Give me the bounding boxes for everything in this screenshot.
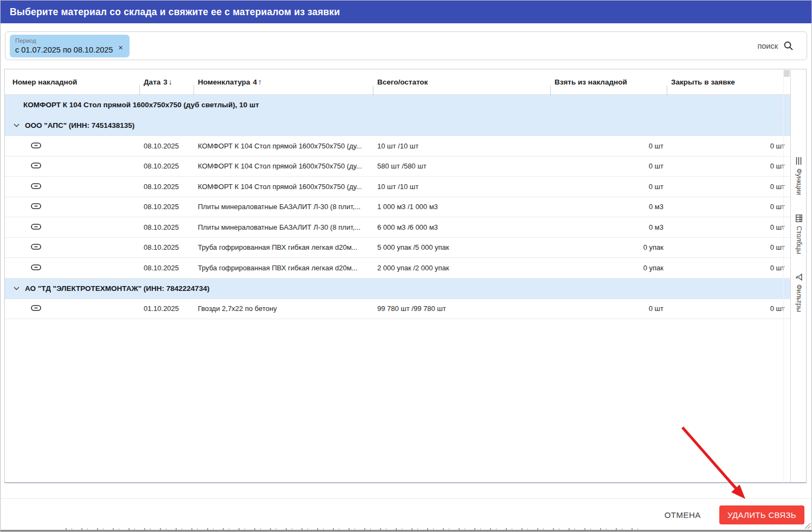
cell-close-in-request: 0 шт (667, 223, 790, 231)
tab-label: Функции (795, 168, 803, 195)
cell-total-remainder: 10 шт /10 шт (373, 183, 550, 191)
sort-order-badge: 4 (253, 78, 257, 86)
resize-handle[interactable] (804, 523, 811, 529)
cell-take-from-invoice: 0 м3 (550, 223, 667, 231)
table-row[interactable]: 08.10.2025 Труба гофрированная ПВХ гибка… (5, 258, 790, 278)
column-header-nomenclature[interactable]: Номенклатура4↑ (194, 77, 373, 86)
cell-nomenclature: КОМФОРТ К 104 Стол прямой 1600х750х750 (… (194, 183, 373, 191)
link-icon[interactable] (31, 264, 41, 270)
cell-total-remainder: 99 780 шт /99 780 шт (373, 304, 550, 313)
cell-take-from-invoice: 0 шт (550, 142, 667, 150)
cell-take-from-invoice: 0 шт (550, 304, 667, 313)
link-icon[interactable] (31, 244, 41, 250)
column-header-take-from-invoice[interactable]: Взять из накладной (550, 78, 667, 86)
sort-desc-icon: ↓ (169, 77, 172, 86)
filter-icon (796, 274, 802, 281)
side-panel-tabs: Функции Столбцы Фильтры (790, 69, 806, 482)
table-row[interactable]: 01.10.2025 Гвозди 2,7х22 по бетону 99 78… (5, 299, 790, 320)
table-row[interactable]: 08.10.2025 Труба гофрированная ПВХ гибка… (5, 238, 790, 258)
cell-take-from-invoice: 0 упак (550, 264, 667, 272)
cell-invoice-number (5, 162, 139, 170)
cell-invoice-number (5, 203, 139, 211)
close-icon[interactable]: × (118, 44, 123, 51)
cell-nomenclature: КОМФОРТ К 104 Стол прямой 1600х750х750 (… (194, 142, 373, 150)
dialog-title: Выберите материал со склада и свяжите ее… (1, 1, 811, 23)
table-row[interactable]: 08.10.2025 Плиты минераловатные БАЗАЛИТ … (5, 197, 790, 218)
filter-toolbar: Период с 01.07.2025 по 08.10.2025 × поис… (5, 31, 807, 60)
scrollbar-thumb[interactable] (784, 70, 790, 77)
tab-label: Столбцы (795, 226, 803, 254)
cell-close-in-request: 0 шт (667, 183, 790, 191)
cell-total-remainder: 6 000 м3 /6 000 м3 (373, 223, 550, 231)
group-row-supplier-etm[interactable]: АО "ТД "ЭЛЕКТРОТЕХМОНТАЖ" (ИНН: 78422247… (5, 278, 790, 299)
cell-take-from-invoice: 0 шт (550, 162, 667, 170)
cell-take-from-invoice: 0 упак (550, 243, 667, 251)
cell-take-from-invoice: 0 м3 (550, 203, 667, 211)
table-header-row: Номер накладной Дата3↓ Номенклатура4↑ Вс… (5, 69, 790, 95)
cell-invoice-number (5, 243, 139, 251)
link-icon[interactable] (31, 142, 41, 148)
search-label: поиск (757, 42, 778, 50)
search-icon[interactable] (783, 41, 794, 51)
columns-icon (796, 215, 802, 222)
period-chip-value: с 01.07.2025 по 08.10.2025 (15, 44, 113, 55)
column-header-total-remainder[interactable]: Всего/остаток (373, 78, 550, 86)
group-row-label: АО "ТД "ЭЛЕКТРОТЕХМОНТАЖ" (ИНН: 78422247… (25, 284, 209, 293)
cell-nomenclature: КОМФОРТ К 104 Стол прямой 1600х750х750 (… (194, 162, 373, 170)
cancel-button[interactable]: ОТМЕНА (662, 507, 703, 523)
cell-date: 08.10.2025 (139, 264, 194, 272)
cell-date: 08.10.2025 (139, 162, 194, 170)
cell-date: 08.10.2025 (139, 243, 194, 251)
table-row[interactable]: 08.10.2025 Плиты минераловатные БАЗАЛИТ … (5, 217, 790, 238)
cell-close-in-request: 0 шт (667, 162, 790, 170)
cell-total-remainder: 5 000 упак /5 000 упак (373, 243, 550, 251)
column-header-invoice-number[interactable]: Номер накладной (5, 78, 139, 86)
table-row[interactable]: 08.10.2025 КОМФОРТ К 104 Стол прямой 160… (5, 157, 790, 177)
dialog-footer: ОТМЕНА УДАЛИТЬ СВЯЗЬ (1, 498, 811, 530)
cell-nomenclature: Труба гофрированная ПВХ гибкая легкая d2… (194, 264, 373, 272)
group-row-material: КОМФОРТ К 104 Стол прямой 1600х750х750 (… (5, 95, 790, 115)
tab-label: Фильтры (795, 284, 803, 312)
cell-nomenclature: Труба гофрированная ПВХ гибкая легкая d2… (194, 243, 373, 251)
cell-nomenclature: Плиты минераловатные БАЗАЛИТ Л-30 (8 пли… (194, 203, 373, 211)
search-button[interactable]: поиск (757, 32, 794, 60)
table-row[interactable]: 08.10.2025 КОМФОРТ К 104 Стол прямой 160… (5, 177, 790, 197)
link-icon[interactable] (31, 163, 41, 168)
cell-date: 08.10.2025 (139, 183, 194, 191)
cell-invoice-number (5, 223, 139, 231)
cell-close-in-request: 0 шт (667, 203, 790, 211)
group-row-supplier-aps[interactable]: ООО "АПС" (ИНН: 7451438135) (5, 115, 790, 136)
delete-link-button[interactable]: УДАЛИТЬ СВЯЗЬ (719, 505, 804, 524)
menu-icon (796, 157, 802, 165)
cell-invoice-number (5, 264, 139, 272)
column-header-close-in-request[interactable]: Закрыть в заявке (667, 78, 790, 86)
warehouse-materials-table: Номер накладной Дата3↓ Номенклатура4↑ Вс… (4, 69, 807, 483)
link-icon[interactable] (31, 305, 41, 311)
cell-invoice-number (5, 183, 139, 191)
period-filter-chip[interactable]: Период с 01.07.2025 по 08.10.2025 × (10, 35, 130, 57)
cell-invoice-number (5, 304, 139, 313)
cell-total-remainder: 10 шт /10 шт (373, 142, 550, 150)
period-chip-label: Период (15, 37, 123, 44)
cell-total-remainder: 2 000 упак /2 000 упак (373, 264, 550, 272)
link-icon[interactable] (31, 224, 41, 230)
cell-close-in-request: 0 шт (667, 243, 790, 251)
link-icon[interactable] (31, 203, 41, 209)
cell-date: 01.10.2025 (139, 304, 194, 313)
cell-date: 08.10.2025 (139, 223, 194, 231)
cell-nomenclature: Плиты минераловатные БАЗАЛИТ Л-30 (8 пли… (194, 223, 373, 231)
cell-date: 08.10.2025 (139, 203, 194, 211)
column-header-date[interactable]: Дата3↓ (139, 77, 194, 86)
table-row[interactable]: 08.10.2025 КОМФОРТ К 104 Стол прямой 160… (5, 136, 790, 157)
link-material-dialog: Выберите материал со склада и свяжите ее… (0, 0, 812, 532)
cell-close-in-request: 0 шт (667, 264, 790, 272)
sort-asc-icon: ↑ (258, 77, 262, 86)
chevron-down-icon (14, 287, 20, 290)
scrollbar-track (783, 69, 784, 483)
chevron-down-icon (14, 124, 20, 127)
group-row-label: ООО "АПС" (ИНН: 7451438135) (25, 121, 134, 129)
link-icon[interactable] (31, 183, 41, 189)
sort-order-badge: 3 (163, 78, 167, 86)
cell-invoice-number (5, 142, 139, 150)
cell-close-in-request: 0 шт (667, 304, 790, 313)
